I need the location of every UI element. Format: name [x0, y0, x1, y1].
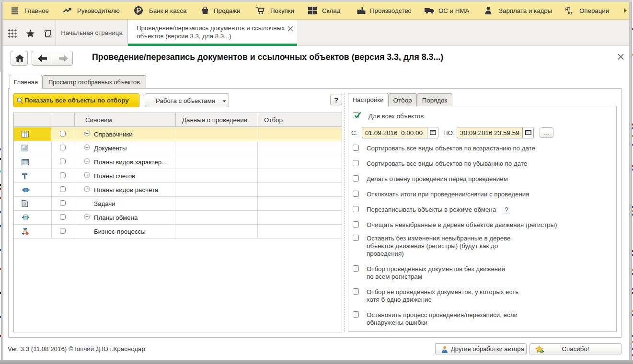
svg-text:Кт: Кт [568, 11, 573, 15]
svg-text:Дт: Дт [565, 6, 570, 11]
